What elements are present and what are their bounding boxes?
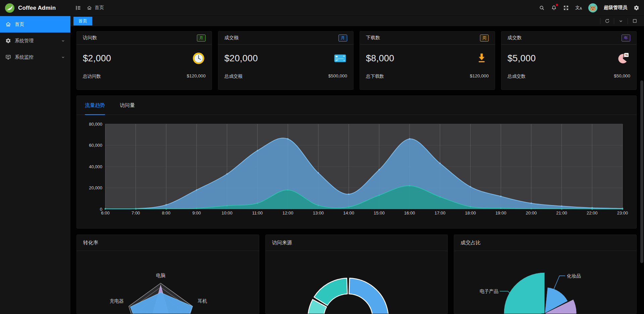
credit-card-icon bbox=[333, 51, 347, 65]
topbar: 首页 文A bbox=[70, 0, 644, 15]
maximize-icon[interactable] bbox=[628, 18, 641, 23]
vertical-scrollbar[interactable] bbox=[640, 80, 643, 263]
period-badge: 年 bbox=[622, 35, 630, 42]
period-badge: 月 bbox=[338, 35, 347, 42]
svg-text:17:00: 17:00 bbox=[434, 210, 445, 215]
monitor-icon bbox=[5, 54, 11, 60]
clock-icon bbox=[192, 51, 206, 65]
svg-text:22:00: 22:00 bbox=[587, 210, 598, 215]
stat-footer-label: 总下载数 bbox=[366, 73, 384, 79]
gear-icon[interactable] bbox=[634, 5, 639, 11]
stat-card-row: 访问数 月 $2,000 bbox=[76, 31, 637, 90]
deal-share-card: 成交占比 电子产品化妆品 bbox=[454, 235, 637, 314]
home-icon bbox=[5, 21, 11, 27]
translate-icon[interactable]: 文A bbox=[575, 5, 582, 11]
chevron-down-icon[interactable] bbox=[614, 19, 628, 23]
svg-text:充电器: 充电器 bbox=[110, 298, 124, 304]
fullscreen-icon[interactable] bbox=[563, 5, 569, 11]
sidebar-item-label: 系统监控 bbox=[15, 54, 34, 60]
conversion-radar-chart: 电脑耳机充电器 bbox=[77, 251, 259, 314]
card-title: 转化率 bbox=[77, 235, 259, 251]
gear-icon bbox=[5, 38, 11, 44]
visit-source-donut-chart bbox=[266, 251, 448, 314]
avatar[interactable] bbox=[588, 3, 597, 12]
visit-source-card: 访问来源 bbox=[265, 235, 448, 314]
download-icon bbox=[475, 51, 489, 65]
sidebar-item-system-monitor[interactable]: 系统监控 bbox=[0, 49, 70, 65]
stat-footer-value: $500,000 bbox=[328, 73, 347, 79]
stat-card-downloads: 下载数 周 $8,000 bbox=[360, 31, 495, 90]
stat-value: $5,000 bbox=[507, 53, 536, 64]
svg-text:40,000: 40,000 bbox=[89, 164, 102, 169]
tab-home[interactable]: 首页 bbox=[73, 17, 92, 25]
bell-icon[interactable] bbox=[551, 5, 557, 11]
app-title: Coffee Admin bbox=[18, 5, 56, 11]
svg-text:6:00: 6:00 bbox=[101, 210, 109, 215]
svg-text:80,000: 80,000 bbox=[89, 122, 102, 127]
chevron-down-icon bbox=[61, 39, 65, 43]
sidebar-item-system-management[interactable]: 系统管理 bbox=[0, 33, 70, 49]
stat-footer-value: $120,000 bbox=[187, 73, 206, 79]
svg-text:60,000: 60,000 bbox=[89, 143, 102, 148]
svg-text:16:00: 16:00 bbox=[404, 210, 415, 215]
tabbar: 首页 bbox=[70, 15, 644, 26]
svg-text:电脑: 电脑 bbox=[156, 273, 165, 278]
svg-text:10:00: 10:00 bbox=[222, 210, 233, 215]
tab-controls bbox=[600, 18, 641, 24]
stat-footer-label: 总访问数 bbox=[83, 73, 101, 79]
card-title: 成交占比 bbox=[454, 235, 636, 251]
svg-text:20,000: 20,000 bbox=[89, 185, 102, 190]
sidebar: Coffee Admin 首页 系统管理 bbox=[0, 0, 70, 314]
bottom-card-row: 转化率 电脑耳机充电器 访问来源 成交占比 电子产品化妆品 bbox=[76, 235, 637, 314]
period-badge: 周 bbox=[480, 35, 489, 42]
notification-dot bbox=[556, 4, 558, 6]
stat-card-title: 下载数 bbox=[366, 35, 380, 41]
sidebar-item-label: 首页 bbox=[15, 21, 24, 27]
translate-zh-glyph: 文 bbox=[575, 5, 580, 11]
svg-text:20:00: 20:00 bbox=[526, 210, 537, 215]
content: 访问数 月 $2,000 bbox=[70, 26, 644, 314]
coffee-admin-logo-icon bbox=[5, 3, 15, 13]
stat-footer-label: 总成交额 bbox=[224, 73, 243, 79]
stat-footer-value: $50,000 bbox=[614, 73, 630, 79]
svg-text:7:00: 7:00 bbox=[131, 210, 140, 215]
tab-traffic-trend[interactable]: 流量趋势 bbox=[85, 96, 105, 115]
svg-text:9:00: 9:00 bbox=[192, 210, 201, 215]
stat-card-deals: 成交数 年 $5,000 % bbox=[501, 31, 637, 90]
stat-footer-value: $120,000 bbox=[470, 73, 489, 79]
sidebar-item-home[interactable]: 首页 bbox=[0, 16, 70, 33]
chevron-down-icon bbox=[61, 55, 65, 59]
sidebar-item-label: 系统管理 bbox=[15, 38, 34, 44]
tab-label: 首页 bbox=[78, 18, 87, 24]
svg-text:21:00: 21:00 bbox=[556, 210, 567, 215]
traffic-area-chart: 020,00040,00060,00080,0006:007:008:009:0… bbox=[77, 115, 636, 228]
svg-text:12:00: 12:00 bbox=[282, 210, 293, 215]
stat-card-title: 成交数 bbox=[507, 35, 522, 41]
menu-fold-icon[interactable] bbox=[75, 5, 82, 11]
svg-text:23:00: 23:00 bbox=[617, 210, 628, 215]
app-logo: Coffee Admin bbox=[0, 0, 70, 16]
svg-text:8:00: 8:00 bbox=[162, 210, 170, 215]
stat-value: $20,000 bbox=[224, 53, 258, 64]
refresh-icon[interactable] bbox=[600, 18, 614, 23]
stat-value: $8,000 bbox=[366, 53, 394, 64]
svg-text:11:00: 11:00 bbox=[252, 210, 263, 215]
tab-visit-volume[interactable]: 访问量 bbox=[120, 96, 135, 115]
deal-share-pie-chart: 电子产品化妆品 bbox=[454, 251, 636, 314]
svg-text:13:00: 13:00 bbox=[313, 210, 324, 215]
main-area: 首页 文A bbox=[70, 0, 644, 314]
home-icon bbox=[87, 5, 92, 10]
search-icon[interactable] bbox=[539, 5, 545, 11]
breadcrumb[interactable]: 首页 bbox=[87, 5, 104, 11]
stat-footer-label: 总成交数 bbox=[507, 73, 526, 79]
svg-text:18:00: 18:00 bbox=[465, 210, 476, 215]
svg-text:化妆品: 化妆品 bbox=[567, 273, 581, 278]
svg-text:耳机: 耳机 bbox=[198, 298, 207, 304]
pie-percent-icon: % bbox=[616, 51, 630, 65]
svg-text:%: % bbox=[625, 53, 628, 57]
app-window: Coffee Admin 首页 系统管理 bbox=[0, 0, 644, 314]
stat-card-turnover: 成交额 月 $20,000 bbox=[218, 31, 354, 90]
svg-text:15:00: 15:00 bbox=[374, 210, 385, 215]
trend-chart-tabs: 流量趋势 访问量 bbox=[77, 96, 636, 115]
username[interactable]: 超级管理员 bbox=[604, 5, 627, 11]
